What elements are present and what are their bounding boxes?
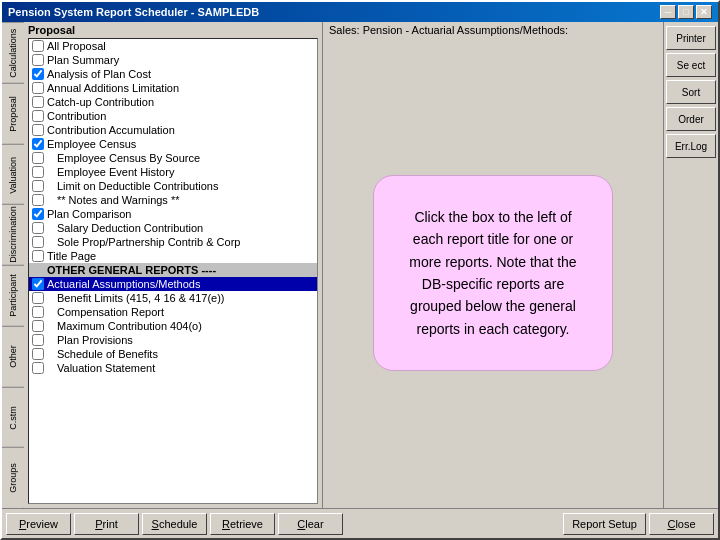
checklist-item[interactable]: Employee Census bbox=[29, 137, 317, 151]
checklist-label: OTHER GENERAL REPORTS ---- bbox=[47, 264, 216, 276]
checklist-checkbox[interactable] bbox=[32, 40, 44, 52]
tab-valuation[interactable]: Valuation bbox=[2, 144, 24, 205]
select-button[interactable]: Se ect bbox=[666, 53, 716, 77]
sort-button[interactable]: Sort bbox=[666, 80, 716, 104]
bottom-right-buttons: Report Setup Close bbox=[563, 513, 714, 535]
checklist-item[interactable]: Catch-up Contribution bbox=[29, 95, 317, 109]
checklist-item[interactable]: Salary Deduction Contribution bbox=[29, 221, 317, 235]
schedule-button[interactable]: Schedule bbox=[142, 513, 207, 535]
checklist-checkbox[interactable] bbox=[32, 194, 44, 206]
close-button[interactable]: ✕ bbox=[696, 5, 712, 19]
close-button-bottom[interactable]: Close bbox=[649, 513, 714, 535]
checklist-item[interactable]: Title Page bbox=[29, 249, 317, 263]
checklist-item[interactable]: Plan Comparison bbox=[29, 207, 317, 221]
minimize-button[interactable]: ─ bbox=[660, 5, 676, 19]
checklist-item[interactable]: Annual Additions Limitation bbox=[29, 81, 317, 95]
checklist-label: Analysis of Plan Cost bbox=[47, 68, 151, 80]
checklist-checkbox[interactable] bbox=[32, 124, 44, 136]
checklist-item[interactable]: Contribution Accumulation bbox=[29, 123, 317, 137]
checklist-label: Employee Census By Source bbox=[47, 152, 200, 164]
checklist-label: Contribution bbox=[47, 110, 106, 122]
maximize-button[interactable]: □ bbox=[678, 5, 694, 19]
checklist-label: Sole Prop/Partnership Contrib & Corp bbox=[47, 236, 240, 248]
checklist-checkbox[interactable] bbox=[32, 110, 44, 122]
checklist-label: Catch-up Contribution bbox=[47, 96, 154, 108]
checklist-item[interactable]: OTHER GENERAL REPORTS ---- bbox=[29, 263, 317, 277]
checklist-item[interactable]: All Proposal bbox=[29, 39, 317, 53]
main-window: Pension System Report Scheduler - SAMPLE… bbox=[0, 0, 720, 540]
checklist-label: Compensation Report bbox=[47, 306, 164, 318]
checklist-checkbox[interactable] bbox=[32, 138, 44, 150]
checklist-label: Actuarial Assumptions/Methods bbox=[47, 278, 200, 290]
tab-calculations[interactable]: Calculations bbox=[2, 22, 24, 83]
tab-groups[interactable]: Groups bbox=[2, 447, 24, 508]
tab-proposal[interactable]: Proposal bbox=[2, 83, 24, 144]
checklist-item[interactable]: Plan Provisions bbox=[29, 333, 317, 347]
tab-discrimination[interactable]: Discrimination bbox=[2, 204, 24, 265]
tab-other[interactable]: Other bbox=[2, 326, 24, 387]
right-content: Click the box to the left of each report… bbox=[323, 38, 663, 508]
bottom-left-buttons: Preview Print Schedule Retrieve Clear bbox=[6, 513, 343, 535]
checklist-checkbox[interactable] bbox=[32, 348, 44, 360]
checklist-checkbox[interactable] bbox=[32, 362, 44, 374]
tab-sidebar: Calculations Proposal Valuation Discrimi… bbox=[2, 22, 24, 508]
checklist-label: Plan Comparison bbox=[47, 208, 131, 220]
checklist-checkbox[interactable] bbox=[32, 208, 44, 220]
middle-panel: Proposal All ProposalPlan SummaryAnalysi… bbox=[24, 22, 323, 508]
checklist-checkbox[interactable] bbox=[32, 152, 44, 164]
checklist-checkbox[interactable] bbox=[32, 334, 44, 346]
main-content: Calculations Proposal Valuation Discrimi… bbox=[2, 22, 718, 508]
right-side-buttons: Printer Se ect Sort Order Err.Log bbox=[663, 22, 718, 508]
checklist-label: Limit on Deductible Contributions bbox=[47, 180, 218, 192]
title-bar: Pension System Report Scheduler - SAMPLE… bbox=[2, 2, 718, 22]
checklist-item[interactable]: Plan Summary bbox=[29, 53, 317, 67]
checklist-label: Valuation Statement bbox=[47, 362, 155, 374]
printer-button[interactable]: Printer bbox=[666, 26, 716, 50]
checklist-checkbox[interactable] bbox=[32, 82, 44, 94]
checklist-item[interactable]: Analysis of Plan Cost bbox=[29, 67, 317, 81]
checklist-label: Employee Event History bbox=[47, 166, 174, 178]
checklist-item[interactable]: Sole Prop/Partnership Contrib & Corp bbox=[29, 235, 317, 249]
error-log-button[interactable]: Err.Log bbox=[666, 134, 716, 158]
checklist-item[interactable]: Benefit Limits (415, 4 16 & 417(e)) bbox=[29, 291, 317, 305]
print-button[interactable]: Print bbox=[74, 513, 139, 535]
order-button[interactable]: Order bbox=[666, 107, 716, 131]
checklist-item[interactable]: Actuarial Assumptions/Methods bbox=[29, 277, 317, 291]
checklist-item[interactable]: Employee Census By Source bbox=[29, 151, 317, 165]
checklist-label: Schedule of Benefits bbox=[47, 348, 158, 360]
right-panel-header: Sales: Pension - Actuarial Assumptions/M… bbox=[323, 22, 663, 38]
checklist-area[interactable]: All ProposalPlan SummaryAnalysis of Plan… bbox=[28, 38, 318, 504]
tooltip-bubble: Click the box to the left of each report… bbox=[373, 175, 613, 371]
checklist-item[interactable]: Valuation Statement bbox=[29, 361, 317, 375]
checklist-item[interactable]: Maximum Contribution 404(o) bbox=[29, 319, 317, 333]
retrieve-button[interactable]: Retrieve bbox=[210, 513, 275, 535]
preview-button[interactable]: Preview bbox=[6, 513, 71, 535]
checklist-label: All Proposal bbox=[47, 40, 106, 52]
report-setup-button[interactable]: Report Setup bbox=[563, 513, 646, 535]
checklist-checkbox[interactable] bbox=[32, 250, 44, 262]
checklist-checkbox[interactable] bbox=[32, 236, 44, 248]
tab-participant[interactable]: Participant bbox=[2, 265, 24, 326]
clear-button[interactable]: Clear bbox=[278, 513, 343, 535]
checklist-item[interactable]: Schedule of Benefits bbox=[29, 347, 317, 361]
checklist-checkbox[interactable] bbox=[32, 96, 44, 108]
checklist-item[interactable]: Contribution bbox=[29, 109, 317, 123]
checklist-checkbox[interactable] bbox=[32, 180, 44, 192]
checklist-checkbox[interactable] bbox=[32, 278, 44, 290]
checklist-checkbox[interactable] bbox=[32, 166, 44, 178]
checklist-item[interactable]: Limit on Deductible Contributions bbox=[29, 179, 317, 193]
window-title: Pension System Report Scheduler - SAMPLE… bbox=[8, 6, 259, 18]
checklist-checkbox[interactable] bbox=[32, 222, 44, 234]
checklist-checkbox[interactable] bbox=[32, 320, 44, 332]
checklist-label: Maximum Contribution 404(o) bbox=[47, 320, 202, 332]
title-bar-buttons: ─ □ ✕ bbox=[660, 5, 712, 19]
checklist-label: Plan Provisions bbox=[47, 334, 133, 346]
checklist-item[interactable]: Compensation Report bbox=[29, 305, 317, 319]
checklist-item[interactable]: Employee Event History bbox=[29, 165, 317, 179]
tab-custom[interactable]: C.stm bbox=[2, 387, 24, 448]
checklist-checkbox[interactable] bbox=[32, 292, 44, 304]
checklist-checkbox[interactable] bbox=[32, 54, 44, 66]
checklist-item[interactable]: ** Notes and Warnings ** bbox=[29, 193, 317, 207]
checklist-checkbox[interactable] bbox=[32, 68, 44, 80]
checklist-checkbox[interactable] bbox=[32, 306, 44, 318]
